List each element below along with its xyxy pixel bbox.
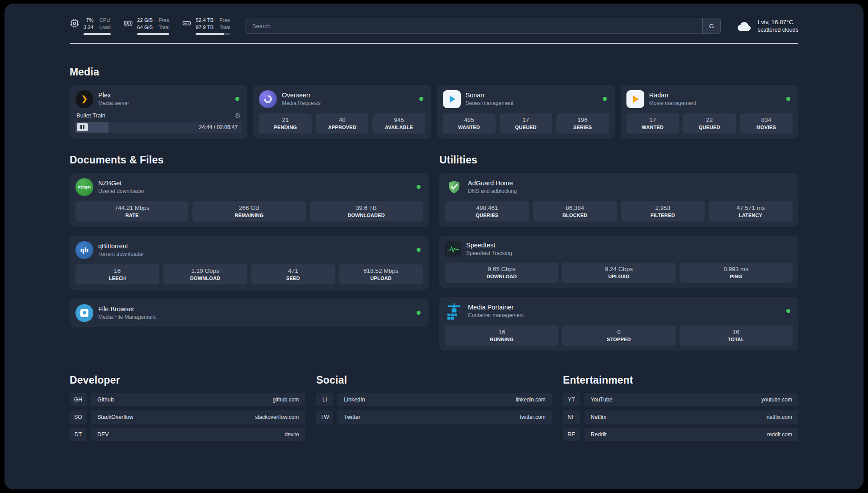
search-input[interactable] <box>246 18 702 33</box>
cpu-load-value: 3.24 <box>83 24 93 31</box>
app-subtitle: Usenet downloader <box>98 188 144 194</box>
bookmark-linkedin[interactable]: LinkedIn linkedin.com <box>338 393 551 406</box>
top-bar: 7% 3.24 CPU Load <box>70 17 798 35</box>
weather-condition: scattered clouds <box>758 27 798 33</box>
app-name: Overseerr <box>282 92 321 99</box>
stat-filtered: 2,953 FILTERED <box>621 201 705 221</box>
stat-wanted: 17 WANTED <box>626 113 679 134</box>
cloud-icon <box>736 19 753 33</box>
bookmark-badge-linkedin: LI <box>316 393 333 406</box>
app-name: NZBGet <box>98 180 144 187</box>
disk-total-value: 97.9 TB <box>196 24 213 31</box>
disk-progress-bar <box>196 33 230 35</box>
qbittorrent-icon: qb <box>75 241 93 259</box>
app-name: File Browser <box>98 305 156 313</box>
adguard-icon <box>445 178 463 196</box>
app-card-qbittorrent[interactable]: qb qBittorrent Torrent downloader 16 LEE… <box>70 236 429 290</box>
app-subtitle: Media server <box>98 100 129 106</box>
filebrowser-icon <box>75 304 93 322</box>
status-indicator <box>786 97 790 101</box>
app-card-plex[interactable]: ❯ Plex Media server Bullet Train ⚙ <box>70 85 247 139</box>
app-card-speedtest[interactable]: Speedtest Speedtest Tracking 9.65 Gbps D… <box>439 236 798 288</box>
portainer-icon <box>445 302 463 320</box>
gear-icon[interactable]: ⚙ <box>235 112 241 119</box>
bookmark-badge-youtube: YT <box>563 393 580 406</box>
stat-downloaded: 39.6 TB DOWNLOADED <box>310 201 423 221</box>
app-name: Speedtest <box>466 242 512 249</box>
bookmark-badge-reddit: RE <box>563 428 580 441</box>
stat-download: 1.19 Gbps DOWNLOAD <box>163 264 247 284</box>
stat-available: 945 AVAILABLE <box>372 113 425 134</box>
app-card-nzbget[interactable]: nzbget NZBGet Usenet downloader 744.21 M… <box>70 173 429 227</box>
stat-queries: 498,461 QUERIES <box>445 201 529 221</box>
cpu-usage-value: 7% <box>83 17 93 24</box>
status-indicator <box>235 97 239 101</box>
ram-free-label: Free <box>159 17 169 24</box>
plex-now-playing: Bullet Train ⚙ 24:44 / 02:06:47 <box>75 112 242 133</box>
app-card-radarr[interactable]: Radarr Movie management 17 WANTED 22 QUE… <box>621 85 798 139</box>
stat-leech: 16 LEECH <box>75 264 159 284</box>
bookmark-reddit[interactable]: Reddit reddit.com <box>584 428 798 441</box>
bookmark-youtube[interactable]: YouTube youtube.com <box>584 393 798 406</box>
app-card-filebrowser[interactable]: File Browser Media File Management <box>70 299 429 327</box>
nzbget-icon: nzbget <box>75 178 93 196</box>
overseerr-icon <box>259 90 277 108</box>
ram-free-value: 22 GiB <box>137 17 153 24</box>
status-indicator <box>786 309 790 313</box>
stat-blocked: 86,384 BLOCKED <box>533 201 617 221</box>
app-name: AdGuard Home <box>468 180 517 187</box>
bookmark-twitter[interactable]: Twitter twitter.com <box>338 410 551 424</box>
bookmark-netflix[interactable]: Netflix netflix.com <box>584 410 798 424</box>
bookmark-stackoverflow[interactable]: StackOverflow stackoverflow.com <box>91 410 305 424</box>
cpu-load-label: Load <box>99 24 111 31</box>
cpu-progress-bar <box>83 33 111 35</box>
app-card-adguard[interactable]: AdGuard Home DNS and adblocking 498,461 … <box>439 173 798 227</box>
app-subtitle: Movie management <box>649 100 696 106</box>
weather-widget[interactable]: Lviv, 16.87°C scattered clouds <box>736 19 798 33</box>
disk-total-label: Total <box>220 24 230 31</box>
stat-rate: 744.21 Mbps RATE <box>75 201 188 221</box>
status-indicator <box>417 248 421 252</box>
disk-free-value: 52.4 TB <box>196 17 213 24</box>
section-heading-entertainment: Entertainment <box>563 374 798 386</box>
app-subtitle: Speedtest Tracking <box>466 250 512 256</box>
bookmark-badge-stackoverflow: SO <box>70 410 87 424</box>
app-subtitle: Media Requests <box>282 100 321 106</box>
ram-progress-bar <box>137 33 169 35</box>
app-subtitle: Container management <box>468 312 524 318</box>
section-heading-developer: Developer <box>70 374 305 386</box>
header-divider <box>70 43 798 44</box>
app-name: Sonarr <box>466 92 513 99</box>
cpu-icon <box>70 17 79 28</box>
section-heading-documents: Documents & Files <box>70 154 429 166</box>
search-engine-button[interactable]: G <box>702 18 720 33</box>
status-indicator <box>417 311 421 315</box>
bookmark-dev[interactable]: DEV dev.to <box>91 428 305 441</box>
bookmark-github[interactable]: Github github.com <box>91 393 305 406</box>
dashboard: 7% 3.24 CPU Load <box>4 4 864 489</box>
section-heading-media: Media <box>70 66 798 78</box>
bookmark-badge-twitter: TW <box>316 410 333 424</box>
playback-progress-bar[interactable]: 24:44 / 02:06:47 <box>75 122 242 133</box>
bookmark-badge-netflix: NF <box>563 410 580 424</box>
weather-location: Lviv, 16.87°C <box>758 19 798 25</box>
app-card-sonarr[interactable]: Sonarr Series management 485 WANTED 17 Q… <box>437 85 615 139</box>
stat-download: 9.65 Gbps DOWNLOAD <box>445 263 558 283</box>
radarr-icon <box>626 90 644 108</box>
app-name: qBittorrent <box>98 242 144 250</box>
pause-button[interactable] <box>77 123 88 131</box>
ram-widget: 22 GiB 64 GiB Free Total <box>123 17 169 35</box>
app-card-portainer[interactable]: Media Portainer Container management 16 … <box>439 297 798 351</box>
stat-pending: 21 PENDING <box>259 113 312 134</box>
ram-total-label: Total <box>159 24 169 31</box>
stat-ping: 0.993 ms PING <box>680 263 793 283</box>
speedtest-icon <box>445 241 461 257</box>
now-playing-title: Bullet Train <box>76 112 105 119</box>
ram-total-value: 64 GiB <box>137 24 153 31</box>
app-card-overseerr[interactable]: Overseerr Media Requests 21 PENDING 40 A… <box>253 85 431 139</box>
status-indicator <box>419 97 423 101</box>
disk-widget: 52.4 TB 97.9 TB Free Total <box>182 17 230 35</box>
app-name: Media Portainer <box>468 304 524 311</box>
app-subtitle: Series management <box>466 100 513 106</box>
plex-icon: ❯ <box>75 90 93 108</box>
